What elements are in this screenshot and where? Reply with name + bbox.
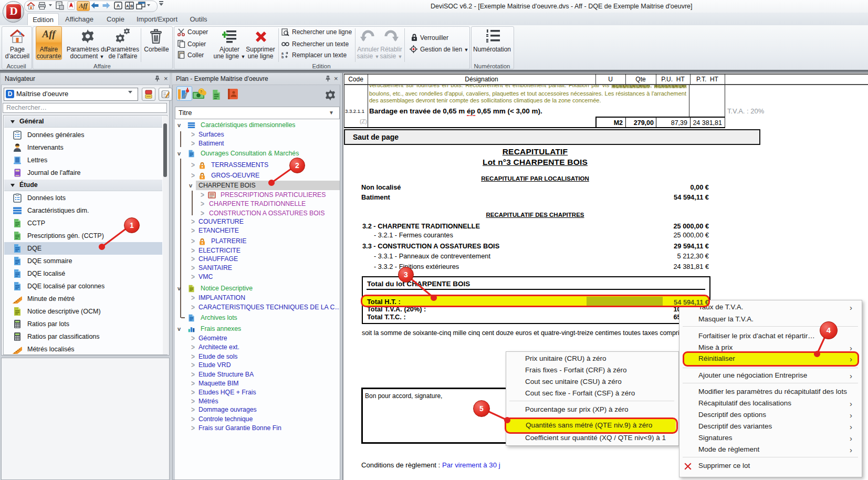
svg-text:A: A xyxy=(126,4,129,8)
svg-text:B: B xyxy=(130,4,133,8)
svg-text:A: A xyxy=(117,3,120,8)
